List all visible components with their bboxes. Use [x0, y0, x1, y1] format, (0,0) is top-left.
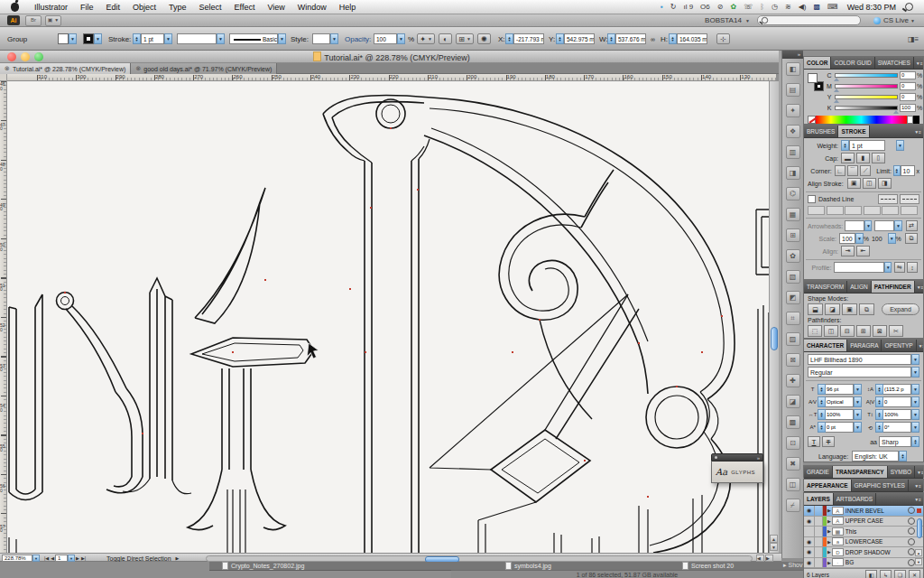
opacity-control[interactable]: 100▼ [374, 33, 405, 44]
menu-item-edit[interactable]: Edit [100, 3, 127, 12]
tab-TRANSPARENCY[interactable]: TRANSPARENCY [833, 466, 888, 478]
character-field[interactable]: T↕▲▼100%▼ [865, 409, 919, 420]
glyphs-panel-tab[interactable]: AaGLYPHS [711, 461, 763, 483]
delete-layer-button[interactable]: ✕ [909, 570, 920, 578]
visibility-eye-icon[interactable]: ◉ [804, 517, 815, 527]
channel-slider[interactable] [835, 84, 898, 89]
scroll-right-icon[interactable]: ▶ [765, 555, 773, 562]
chevron-down-icon[interactable]: ▼ [911, 354, 919, 365]
tab-SYMBO[interactable]: SYMBO [888, 466, 915, 478]
time-machine-icon[interactable]: ◷ [772, 3, 778, 11]
dock-icon[interactable]: ▥ [786, 145, 800, 159]
dash-field[interactable] [845, 206, 862, 215]
chevron-down-icon[interactable]: ▼ [854, 396, 862, 407]
character-field[interactable]: T▲▼96 pt▼ [808, 384, 862, 395]
chevron-down-icon[interactable]: ▼ [854, 409, 862, 420]
stepper-icon[interactable]: ▲▼ [818, 384, 826, 395]
brush-definition[interactable]: Basic▼ [229, 33, 286, 44]
expand-triangle-icon[interactable]: ▶ [827, 528, 831, 534]
status-tool-indicator[interactable]: Toggle Direct Selection▶ [106, 555, 180, 562]
volume-icon[interactable]: ◀) [799, 3, 807, 11]
preserve-dash-button[interactable] [878, 194, 898, 204]
chevron-down-icon[interactable]: ▼ [854, 384, 862, 395]
layer-name[interactable]: INNER BEVEL [845, 508, 908, 514]
align-dash-button[interactable] [900, 194, 919, 204]
channel-slider[interactable] [835, 106, 898, 110]
visibility-eye-icon[interactable] [804, 527, 815, 536]
prev-artboard-icon[interactable]: ◀ [51, 555, 54, 561]
tab-GRADIE[interactable]: GRADIE [804, 466, 833, 478]
stepper-icon[interactable]: ▲▼ [505, 33, 513, 44]
arrowhead-end[interactable] [874, 220, 894, 231]
chevron-down-icon[interactable]: ▼ [397, 33, 405, 44]
tab-STROKE[interactable]: STROKE [838, 126, 869, 137]
flip-across-button[interactable]: ↕ [907, 262, 918, 273]
green-app-icon[interactable]: ✿ [730, 3, 736, 11]
document-title-bar[interactable]: Tutorial.ai* @ 228.78% (CMYK/Preview) [0, 51, 783, 63]
expand-triangle-icon[interactable]: ▶ [827, 508, 831, 513]
stepper-icon[interactable]: ▲▼ [669, 33, 677, 44]
dock-icon[interactable]: ▩ [786, 415, 800, 429]
dock-icon[interactable]: ▤ [786, 83, 800, 97]
scroll-left-icon[interactable]: ◀ [756, 555, 764, 562]
dock-icon[interactable]: ⊞ [786, 228, 800, 242]
cs-live-button[interactable]: CS Live▼ [873, 16, 915, 24]
document-tab-good-old-days[interactable]: ⊗good old days.ai* @ 71.97% (CMYK/Previe… [131, 63, 277, 74]
fill-swatch[interactable] [808, 73, 818, 83]
dock-icon[interactable]: ◧ [786, 62, 800, 76]
fill-swatch[interactable] [58, 33, 69, 44]
tab-TRANSFORM[interactable]: TRANSFORM [804, 281, 847, 293]
menu-item-help[interactable]: Help [333, 3, 363, 12]
font-style-select[interactable]: Regular [808, 367, 911, 378]
chevron-down-icon[interactable]: ▼ [68, 555, 75, 562]
stepper-icon[interactable]: ▲▼ [875, 422, 883, 433]
layer-name[interactable]: UPPER CASE [845, 517, 908, 524]
language-select[interactable]: English: UK [852, 451, 899, 461]
horizontal-scrollbar[interactable] [206, 555, 753, 562]
new-sublayer-button[interactable]: ↳ [880, 570, 892, 578]
chevron-down-icon[interactable]: ▼ [94, 33, 102, 44]
tab-BRUSHES[interactable]: BRUSHES [804, 126, 838, 137]
h-field[interactable]: ▲▼164.035 m [669, 33, 707, 44]
ruler-corner[interactable] [0, 74, 7, 81]
layer-name[interactable]: BG [845, 559, 908, 565]
layers-scroll-down-icon[interactable]: ▼ [915, 558, 922, 565]
arrowhead-start[interactable] [845, 220, 864, 231]
slider-marker-icon[interactable] [834, 75, 839, 81]
pathfinder-button[interactable]: ⊠ [873, 325, 887, 337]
chevron-down-icon[interactable]: ▼ [911, 367, 919, 378]
stroke-swatch[interactable] [83, 33, 94, 44]
target-circle-icon[interactable] [908, 517, 915, 525]
tab-ALIGN[interactable]: ALIGN [847, 281, 872, 293]
align-inside-button[interactable]: ◫ [863, 178, 876, 189]
stepper-icon[interactable]: ▲▼ [556, 33, 564, 44]
dock-icon[interactable]: ◪ [786, 395, 800, 408]
tab-APPEARANCE[interactable]: APPEARANCE [804, 480, 852, 491]
slider-marker-icon[interactable] [834, 97, 839, 103]
arrange-documents-button[interactable]: ▣▼ [45, 15, 61, 26]
glyphs-panel-header[interactable]: » [711, 453, 763, 461]
stepper-icon[interactable]: ▲▼ [818, 409, 826, 420]
profile-value[interactable] [834, 262, 884, 273]
chevron-down-icon[interactable]: ▼ [888, 233, 896, 244]
visibility-eye-icon[interactable]: ◉ [804, 506, 815, 516]
stepper-icon[interactable]: ▲▼ [607, 33, 615, 44]
spotlight-icon[interactable] [905, 3, 913, 11]
tab-SWATCHES[interactable]: SWATCHES [875, 57, 914, 69]
stroke-color-control[interactable]: ▼ [83, 33, 102, 44]
target-circle-icon[interactable] [908, 559, 915, 566]
chevron-down-icon[interactable]: ▼ [864, 220, 872, 231]
opacity-label[interactable]: Opacity: [345, 33, 371, 44]
layer-name[interactable]: This [845, 528, 908, 535]
scale-start-value[interactable]: 100 [839, 233, 855, 244]
vertical-scrollbar[interactable]: ▲ ▼ [769, 81, 779, 553]
dropbox-icon[interactable]: ▪ [661, 3, 663, 11]
projecting-cap-button[interactable]: ▯ [872, 153, 885, 163]
file-crypto-notes[interactable]: Crypto_Notes_270802.jpg [222, 562, 304, 570]
tab-GRAPHIC STYLES[interactable]: GRAPHIC STYLES [852, 480, 909, 491]
first-artboard-icon[interactable]: |◀ [44, 555, 49, 561]
butt-cap-button[interactable]: ▬ [841, 153, 855, 163]
horizontal-ruler[interactable]: 3103002902802702602502402302202102001901… [7, 74, 776, 81]
panel-menu-icon[interactable]: ▼≡ [914, 57, 923, 69]
y-field[interactable]: ▲▼542.975 mm [556, 33, 595, 44]
